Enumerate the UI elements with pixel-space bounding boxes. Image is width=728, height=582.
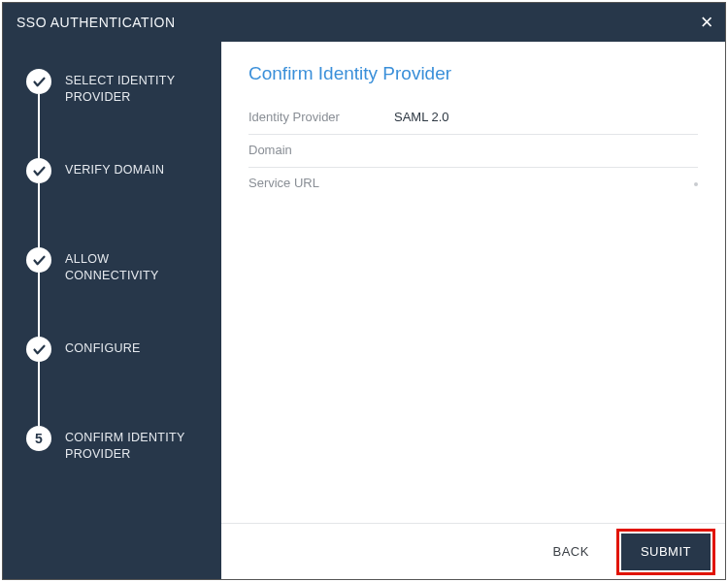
step-connector <box>38 94 40 158</box>
wizard-main: Confirm Identity Provider Identity Provi… <box>221 42 725 579</box>
step-label: CONFIRM IDENTITY PROVIDER <box>65 426 201 463</box>
step-verify-domain[interactable]: VERIFY DOMAIN <box>26 158 210 247</box>
field-label: Identity Provider <box>248 110 394 124</box>
submit-button[interactable]: SUBMIT <box>621 534 711 570</box>
check-icon <box>26 337 51 362</box>
submit-button-highlight: SUBMIT <box>616 529 715 575</box>
step-connector <box>38 183 40 247</box>
step-label: ALLOW CONNECTIVITY <box>65 247 201 284</box>
field-label: Service URL <box>248 176 394 190</box>
field-value: SAML 2.0 <box>394 110 449 124</box>
step-label: CONFIGURE <box>65 337 141 357</box>
step-allow-connectivity[interactable]: ALLOW CONNECTIVITY <box>26 247 210 337</box>
wizard-sidebar: SELECT IDENTITY PROVIDER VERIFY DOMAIN A… <box>3 42 221 579</box>
confirm-identity-provider-panel: Confirm Identity Provider Identity Provi… <box>221 42 725 523</box>
step-label: SELECT IDENTITY PROVIDER <box>65 69 201 106</box>
panel-heading: Confirm Identity Provider <box>248 63 698 84</box>
field-domain: Domain <box>248 135 698 168</box>
field-label: Domain <box>248 143 394 157</box>
wizard-footer: BACK SUBMIT <box>221 523 725 579</box>
field-service-url: Service URL <box>248 168 698 200</box>
check-icon <box>26 158 51 183</box>
dialog-title: SSO AUTHENTICATION <box>17 15 176 30</box>
sso-authentication-dialog: SSO AUTHENTICATION × SELECT IDENTITY PRO… <box>2 2 726 580</box>
check-icon <box>26 247 51 273</box>
back-button[interactable]: BACK <box>533 534 608 570</box>
step-connector <box>38 362 40 426</box>
check-icon <box>26 69 51 94</box>
step-number-icon: 5 <box>26 426 51 451</box>
wizard-steps: SELECT IDENTITY PROVIDER VERIFY DOMAIN A… <box>26 69 210 465</box>
step-label: VERIFY DOMAIN <box>65 158 164 178</box>
field-identity-provider: Identity Provider SAML 2.0 <box>248 102 698 135</box>
step-confirm-identity-provider[interactable]: 5 CONFIRM IDENTITY PROVIDER <box>26 426 210 465</box>
dialog-body: SELECT IDENTITY PROVIDER VERIFY DOMAIN A… <box>3 42 725 579</box>
dialog-titlebar: SSO AUTHENTICATION × <box>3 3 725 42</box>
step-connector <box>38 273 40 337</box>
step-configure[interactable]: CONFIGURE <box>26 337 210 426</box>
close-icon[interactable]: × <box>701 12 713 33</box>
step-select-identity-provider[interactable]: SELECT IDENTITY PROVIDER <box>26 69 210 158</box>
